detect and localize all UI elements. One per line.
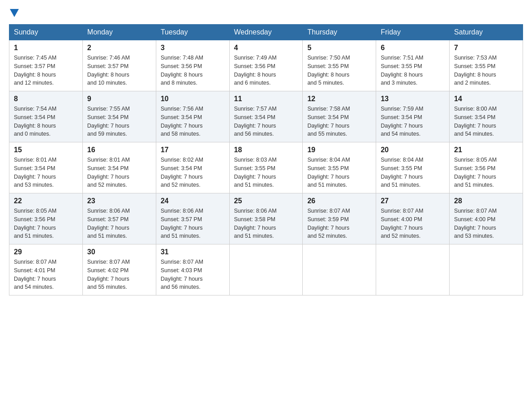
calendar-cell: 5Sunrise: 7:50 AM Sunset: 3:55 PM Daylig… — [303, 40, 376, 91]
page-header — [9, 9, 523, 20]
day-info: Sunrise: 7:53 AM Sunset: 3:55 PM Dayligh… — [454, 54, 518, 87]
day-info: Sunrise: 7:58 AM Sunset: 3:54 PM Dayligh… — [307, 105, 371, 138]
calendar-cell: 18Sunrise: 8:03 AM Sunset: 3:55 PM Dayli… — [229, 142, 303, 193]
day-info: Sunrise: 8:05 AM Sunset: 3:56 PM Dayligh… — [454, 156, 518, 189]
day-number: 12 — [307, 95, 371, 103]
weekday-header-tuesday: Tuesday — [156, 25, 229, 40]
calendar-week-4: 22Sunrise: 8:05 AM Sunset: 3:56 PM Dayli… — [9, 193, 523, 244]
calendar-cell: 9Sunrise: 7:55 AM Sunset: 3:54 PM Daylig… — [82, 91, 156, 142]
calendar-cell: 28Sunrise: 8:07 AM Sunset: 4:00 PM Dayli… — [450, 193, 523, 244]
calendar-cell: 14Sunrise: 8:00 AM Sunset: 3:54 PM Dayli… — [450, 91, 523, 142]
day-number: 6 — [381, 44, 445, 52]
calendar-cell: 23Sunrise: 8:06 AM Sunset: 3:57 PM Dayli… — [82, 193, 156, 244]
calendar-cell: 21Sunrise: 8:05 AM Sunset: 3:56 PM Dayli… — [450, 142, 523, 193]
calendar-cell: 19Sunrise: 8:04 AM Sunset: 3:55 PM Dayli… — [303, 142, 376, 193]
calendar-cell: 22Sunrise: 8:05 AM Sunset: 3:56 PM Dayli… — [9, 193, 83, 244]
weekday-header-monday: Monday — [82, 25, 156, 40]
day-number: 20 — [381, 146, 445, 154]
day-info: Sunrise: 8:03 AM Sunset: 3:55 PM Dayligh… — [234, 156, 298, 189]
calendar-header-row: SundayMondayTuesdayWednesdayThursdayFrid… — [9, 25, 523, 40]
day-info: Sunrise: 7:51 AM Sunset: 3:55 PM Dayligh… — [381, 54, 445, 87]
day-info: Sunrise: 7:46 AM Sunset: 3:57 PM Dayligh… — [87, 54, 151, 87]
weekday-header-saturday: Saturday — [450, 25, 523, 40]
calendar-cell: 13Sunrise: 7:59 AM Sunset: 3:54 PM Dayli… — [376, 91, 450, 142]
day-number: 15 — [14, 146, 78, 154]
day-info: Sunrise: 8:06 AM Sunset: 3:57 PM Dayligh… — [87, 207, 151, 240]
day-info: Sunrise: 7:48 AM Sunset: 3:56 PM Dayligh… — [161, 54, 225, 87]
logo-arrow-icon — [10, 9, 19, 18]
day-number: 3 — [161, 44, 225, 52]
calendar-cell: 29Sunrise: 8:07 AM Sunset: 4:01 PM Dayli… — [9, 244, 83, 295]
day-info: Sunrise: 8:06 AM Sunset: 3:58 PM Dayligh… — [234, 207, 298, 240]
calendar-cell — [450, 244, 523, 295]
day-number: 5 — [307, 44, 371, 52]
day-info: Sunrise: 8:05 AM Sunset: 3:56 PM Dayligh… — [14, 207, 78, 240]
calendar-cell: 15Sunrise: 8:01 AM Sunset: 3:54 PM Dayli… — [9, 142, 83, 193]
day-number: 2 — [87, 44, 151, 52]
day-info: Sunrise: 8:02 AM Sunset: 3:54 PM Dayligh… — [161, 156, 225, 189]
day-number: 24 — [161, 197, 225, 205]
day-number: 31 — [161, 248, 225, 256]
calendar-cell: 8Sunrise: 7:54 AM Sunset: 3:54 PM Daylig… — [9, 91, 83, 142]
day-number: 19 — [307, 146, 371, 154]
day-number: 9 — [87, 95, 151, 103]
calendar-cell: 26Sunrise: 8:07 AM Sunset: 3:59 PM Dayli… — [303, 193, 376, 244]
day-number: 11 — [234, 95, 298, 103]
calendar-cell: 6Sunrise: 7:51 AM Sunset: 3:55 PM Daylig… — [376, 40, 450, 91]
calendar-cell — [303, 244, 376, 295]
day-number: 22 — [14, 197, 78, 205]
day-info: Sunrise: 8:04 AM Sunset: 3:55 PM Dayligh… — [381, 156, 445, 189]
day-number: 14 — [454, 95, 518, 103]
calendar-cell: 4Sunrise: 7:49 AM Sunset: 3:56 PM Daylig… — [229, 40, 303, 91]
calendar-cell: 2Sunrise: 7:46 AM Sunset: 3:57 PM Daylig… — [82, 40, 156, 91]
day-info: Sunrise: 8:07 AM Sunset: 3:59 PM Dayligh… — [307, 207, 371, 240]
day-info: Sunrise: 8:07 AM Sunset: 4:03 PM Dayligh… — [161, 258, 225, 291]
day-number: 29 — [14, 248, 78, 256]
calendar-week-1: 1Sunrise: 7:45 AM Sunset: 3:57 PM Daylig… — [9, 40, 523, 91]
calendar-cell — [229, 244, 303, 295]
day-number: 7 — [454, 44, 518, 52]
day-number: 10 — [161, 95, 225, 103]
calendar-cell — [376, 244, 450, 295]
weekday-header-wednesday: Wednesday — [229, 25, 303, 40]
calendar-table: SundayMondayTuesdayWednesdayThursdayFrid… — [9, 24, 523, 295]
calendar-cell: 27Sunrise: 8:07 AM Sunset: 4:00 PM Dayli… — [376, 193, 450, 244]
day-number: 27 — [381, 197, 445, 205]
day-number: 21 — [454, 146, 518, 154]
day-info: Sunrise: 8:07 AM Sunset: 4:00 PM Dayligh… — [381, 207, 445, 240]
day-info: Sunrise: 7:45 AM Sunset: 3:57 PM Dayligh… — [14, 54, 78, 87]
calendar-cell: 12Sunrise: 7:58 AM Sunset: 3:54 PM Dayli… — [303, 91, 376, 142]
calendar-week-3: 15Sunrise: 8:01 AM Sunset: 3:54 PM Dayli… — [9, 142, 523, 193]
day-number: 4 — [234, 44, 298, 52]
day-info: Sunrise: 8:04 AM Sunset: 3:55 PM Dayligh… — [307, 156, 371, 189]
weekday-header-sunday: Sunday — [9, 25, 83, 40]
day-number: 17 — [161, 146, 225, 154]
day-info: Sunrise: 7:56 AM Sunset: 3:54 PM Dayligh… — [161, 105, 225, 138]
day-number: 26 — [307, 197, 371, 205]
calendar-week-5: 29Sunrise: 8:07 AM Sunset: 4:01 PM Dayli… — [9, 244, 523, 295]
day-number: 30 — [87, 248, 151, 256]
day-info: Sunrise: 7:55 AM Sunset: 3:54 PM Dayligh… — [87, 105, 151, 138]
day-info: Sunrise: 7:59 AM Sunset: 3:54 PM Dayligh… — [381, 105, 445, 138]
calendar-week-2: 8Sunrise: 7:54 AM Sunset: 3:54 PM Daylig… — [9, 91, 523, 142]
day-info: Sunrise: 8:07 AM Sunset: 4:02 PM Dayligh… — [87, 258, 151, 291]
day-number: 16 — [87, 146, 151, 154]
logo — [9, 9, 19, 20]
day-info: Sunrise: 7:54 AM Sunset: 3:54 PM Dayligh… — [14, 105, 78, 138]
calendar-cell: 20Sunrise: 8:04 AM Sunset: 3:55 PM Dayli… — [376, 142, 450, 193]
weekday-header-thursday: Thursday — [303, 25, 376, 40]
day-info: Sunrise: 8:07 AM Sunset: 4:01 PM Dayligh… — [14, 258, 78, 291]
calendar-cell: 3Sunrise: 7:48 AM Sunset: 3:56 PM Daylig… — [156, 40, 229, 91]
calendar-cell: 1Sunrise: 7:45 AM Sunset: 3:57 PM Daylig… — [9, 40, 83, 91]
day-info: Sunrise: 8:00 AM Sunset: 3:54 PM Dayligh… — [454, 105, 518, 138]
day-info: Sunrise: 8:01 AM Sunset: 3:54 PM Dayligh… — [14, 156, 78, 189]
weekday-header-friday: Friday — [376, 25, 450, 40]
day-info: Sunrise: 8:07 AM Sunset: 4:00 PM Dayligh… — [454, 207, 518, 240]
calendar-cell: 17Sunrise: 8:02 AM Sunset: 3:54 PM Dayli… — [156, 142, 229, 193]
calendar-cell: 30Sunrise: 8:07 AM Sunset: 4:02 PM Dayli… — [82, 244, 156, 295]
calendar-cell: 24Sunrise: 8:06 AM Sunset: 3:57 PM Dayli… — [156, 193, 229, 244]
calendar-cell: 31Sunrise: 8:07 AM Sunset: 4:03 PM Dayli… — [156, 244, 229, 295]
svg-marker-0 — [10, 9, 19, 17]
day-info: Sunrise: 7:50 AM Sunset: 3:55 PM Dayligh… — [307, 54, 371, 87]
calendar-cell: 11Sunrise: 7:57 AM Sunset: 3:54 PM Dayli… — [229, 91, 303, 142]
